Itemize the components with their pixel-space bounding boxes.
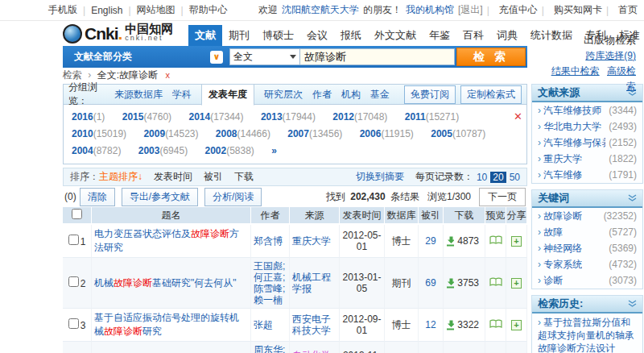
download-icon[interactable] xyxy=(446,320,454,330)
facet-item[interactable]: 重庆大学(1822) xyxy=(532,151,642,167)
switch-to-abstract-link[interactable]: 切换到摘要 xyxy=(356,170,404,184)
nav-tab-cidian[interactable]: 词典 xyxy=(490,25,524,46)
row-checkbox[interactable] xyxy=(68,235,79,245)
export-references-button[interactable]: 导出/参考文献 xyxy=(122,188,198,206)
my-library-link[interactable]: 我的机构馆 xyxy=(406,3,454,17)
download-icon[interactable] xyxy=(446,236,454,247)
year-filter[interactable]: 2015(4760) xyxy=(122,111,171,123)
clear-button[interactable]: 清除 xyxy=(80,188,115,206)
year-filter[interactable]: 2014(17344) xyxy=(188,111,243,123)
facet-item[interactable]: 汽车维修与保养(2152) xyxy=(532,135,642,151)
cited-count-link[interactable]: 12 xyxy=(425,319,436,330)
collapse-chevron-icon[interactable] xyxy=(628,194,637,202)
author-link[interactable]: 张超 xyxy=(254,319,287,330)
share-add-icon[interactable]: + xyxy=(511,320,522,330)
nav-tab-baozhi[interactable]: 报纸 xyxy=(334,25,368,46)
result-title-link[interactable]: 基于自适应振动信号处理的旋转机械故障诊断研究 xyxy=(94,312,239,337)
cited-count-link[interactable]: 69 xyxy=(425,277,436,289)
category-dropdown[interactable]: 文献全部分类 ∨ xyxy=(64,50,229,64)
cnki-logo[interactable]: Cnki. 中国知网 cnki.net xyxy=(63,22,184,46)
per-page-20[interactable]: 20 xyxy=(490,172,506,183)
collapse-chevron-icon[interactable] xyxy=(628,300,637,308)
year-filter[interactable]: 2011(15271) xyxy=(405,111,459,123)
advanced-search-link[interactable]: 高级检索 xyxy=(607,65,636,92)
per-page-50[interactable]: 50 xyxy=(510,172,520,183)
row-checkbox[interactable] xyxy=(68,276,79,287)
category-chevron-icon[interactable]: ∨ xyxy=(210,51,223,64)
sort-by-topic[interactable]: 主题排序↓ xyxy=(99,170,142,184)
facet-item[interactable]: 汽车维修技师(3344) xyxy=(532,102,642,118)
nav-tab-qikan[interactable]: 期刊 xyxy=(222,25,256,46)
year-filter[interactable]: 2004(8782) xyxy=(72,145,121,156)
preview-book-icon[interactable] xyxy=(489,319,502,329)
year-filter[interactable]: 2002(5838) xyxy=(204,145,254,156)
year-filter[interactable]: 2007(13456) xyxy=(287,128,342,139)
nav-tab-boshuoshi[interactable]: 博硕士 xyxy=(256,25,300,46)
source-link[interactable]: 机械工程学报 xyxy=(292,272,336,294)
help-center-link[interactable]: 帮助中心 xyxy=(189,3,228,17)
author-link[interactable]: 郑含博 xyxy=(254,235,287,247)
result-title-link[interactable]: 电力变压器状态评估及故障诊断方法研究 xyxy=(94,228,239,253)
filter-tab-fund[interactable]: 基金 xyxy=(370,88,390,102)
sort-by-downloads[interactable]: 下载 xyxy=(234,170,254,184)
per-page-10[interactable]: 10 xyxy=(477,172,487,183)
publication-search-link[interactable]: 出版物检索 xyxy=(584,34,636,46)
source-link[interactable]: 西安电子科技大学 xyxy=(292,314,336,336)
year-filter[interactable]: 2012(17048) xyxy=(332,111,387,123)
home-link[interactable]: 首页 xyxy=(618,3,638,17)
sitemap-link[interactable]: 网站地图 xyxy=(137,3,175,17)
year-filter[interactable]: 2005(10787) xyxy=(431,128,485,139)
nav-tab-wenxian[interactable]: 文献 xyxy=(188,25,222,46)
sort-by-cited[interactable]: 被引 xyxy=(204,170,223,184)
result-title-link[interactable]: 机械故障诊断基础研究"何去何从" xyxy=(94,277,237,289)
field-select[interactable]: 全文 xyxy=(229,48,300,65)
cross-db-select-link[interactable]: 跨库选择 xyxy=(585,50,624,61)
filter-tab-pub-year[interactable]: 发表年度 xyxy=(201,84,254,106)
facet-item[interactable]: 故障诊断(32352) xyxy=(532,208,642,224)
facet-item[interactable]: 诊断(3073) xyxy=(532,272,642,289)
filter-tab-institution[interactable]: 机构 xyxy=(341,88,361,102)
select-all-checkbox[interactable] xyxy=(72,209,82,219)
facet-item[interactable]: 华北电力大学(2493) xyxy=(532,118,642,135)
english-link[interactable]: English xyxy=(91,5,122,16)
filter-tab-source-db[interactable]: 来源数据库 xyxy=(114,88,163,102)
facet-item[interactable]: 专家系统(4732) xyxy=(532,256,642,272)
recharge-link[interactable]: 充值中心 xyxy=(499,3,538,17)
nav-tab-huiyi[interactable]: 会议 xyxy=(300,25,334,46)
year-filter[interactable]: 2009(14523) xyxy=(143,128,198,139)
author-link[interactable]: 王国彪;何正嘉;陈雪峰;赖一楠 xyxy=(254,260,287,305)
logout-link[interactable]: [退出] xyxy=(458,3,483,17)
year-filter[interactable]: 2003(6945) xyxy=(138,145,188,156)
facet-item[interactable]: 故障(5727) xyxy=(532,224,642,240)
facet-item[interactable]: 汽车维修(1791) xyxy=(532,167,642,183)
nav-tab-baike[interactable]: 百科 xyxy=(456,25,490,46)
cross-db-count[interactable]: (9) xyxy=(624,50,636,61)
analyze-read-button[interactable]: 分析/阅读 xyxy=(204,188,262,206)
search-button[interactable]: 检 索 xyxy=(456,48,526,66)
author-link[interactable]: 周东华;刘洋;何潇 xyxy=(254,344,287,353)
institution-link[interactable]: 沈阳航空航天大学 xyxy=(282,3,359,17)
source-link[interactable]: 重庆大学 xyxy=(292,235,336,247)
filter-tab-author[interactable]: 作者 xyxy=(312,88,332,102)
share-add-icon[interactable]: + xyxy=(511,278,522,289)
remove-filter-icon[interactable]: x xyxy=(165,70,170,80)
year-filter[interactable]: 2008(14466) xyxy=(216,128,270,139)
cited-count-link[interactable]: 29 xyxy=(425,235,436,247)
download-icon[interactable] xyxy=(446,278,454,289)
more-years-link[interactable]: » xyxy=(271,145,277,156)
history-item[interactable]: 基于拉普拉斯分值和超球支持向量机的轴承故障诊断方法设计 xyxy=(532,314,642,353)
close-year-panel-icon[interactable]: ✕ xyxy=(514,108,522,125)
free-subscribe-button[interactable]: 免费订阅 xyxy=(404,85,456,104)
preview-book-icon[interactable] xyxy=(489,277,502,287)
year-filter[interactable]: 2013(17944) xyxy=(261,111,316,123)
row-checkbox[interactable] xyxy=(68,318,79,329)
source-link[interactable]: 自动化学报 xyxy=(292,350,336,353)
nav-tab-waiwen[interactable]: 外文文献 xyxy=(368,25,423,46)
year-filter[interactable]: 2010(15019) xyxy=(72,128,126,139)
search-in-results-link[interactable]: 结果中检索 xyxy=(551,65,600,77)
mobile-version-link[interactable]: 手机版 xyxy=(48,3,77,17)
buy-card-link[interactable]: 购买知网卡 xyxy=(554,3,602,17)
next-page-button[interactable]: 下一页 xyxy=(479,188,526,206)
year-filter[interactable]: 2016(1) xyxy=(72,111,105,123)
search-input[interactable] xyxy=(300,48,455,65)
